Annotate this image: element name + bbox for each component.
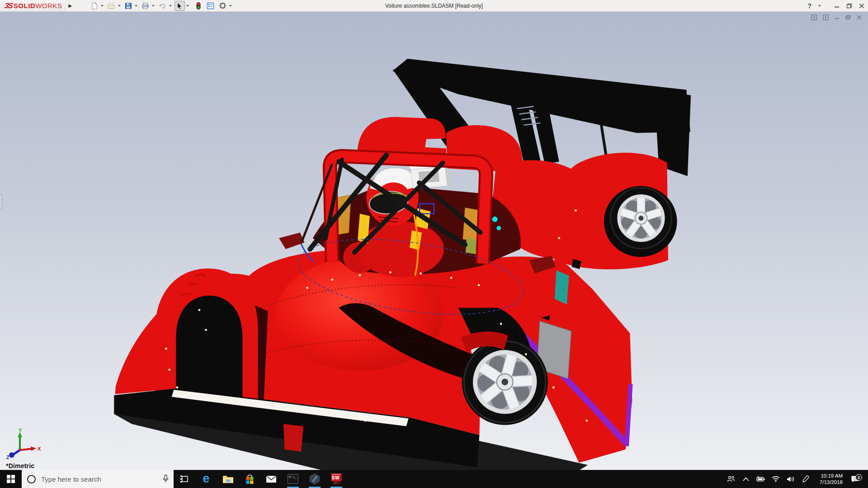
hexagon-app-button[interactable] [304, 470, 326, 488]
properties-list-icon [207, 2, 214, 9]
solidworks-logo-icon: 3S [4, 1, 13, 10]
mail-icon [266, 475, 277, 483]
help-caret[interactable] [818, 5, 821, 7]
window-controls: ? [807, 0, 864, 12]
file-explorer-icon [222, 474, 234, 484]
titlebar: Voiture assomblee.SLDASM [Read-only] 3S … [0, 0, 868, 12]
battery-icon[interactable] [753, 476, 768, 482]
help-button[interactable]: ? [807, 2, 811, 9]
taskbar-clock[interactable]: 10:19 AM 7/13/2018 [813, 473, 844, 485]
select-tool-caret[interactable] [186, 5, 189, 7]
select-tool-button[interactable] [175, 1, 185, 11]
edge-icon: e [203, 473, 209, 485]
solidworks-2017-icon: SW 2017 [331, 474, 342, 485]
task-view-button[interactable] [174, 470, 195, 488]
doc-close-button[interactable] [857, 15, 862, 20]
close-button[interactable] [859, 3, 864, 9]
minimize-button[interactable] [834, 3, 840, 9]
save-button[interactable] [123, 0, 133, 11]
undo-icon [159, 2, 166, 9]
file-explorer-button[interactable] [217, 470, 239, 488]
front-left-fender [155, 268, 258, 408]
windows-logo-icon [7, 475, 15, 483]
speaker-icon[interactable] [783, 476, 798, 483]
brand-works: WORKS [35, 2, 62, 9]
orientation-triad: Y X Z [3, 428, 44, 460]
solidworks-app-button[interactable]: SW 2017 [326, 470, 347, 488]
wifi-icon[interactable] [768, 476, 783, 482]
view-orientation-label: *Dimetric [6, 462, 34, 469]
windows-taskbar: e C:\_ [0, 470, 868, 488]
system-tray: 10:19 AM 7/13/2018 2 [723, 470, 868, 488]
clock-time: 10:19 AM [813, 473, 843, 479]
people-icon[interactable] [723, 475, 738, 483]
doc-minimize-button[interactable] [835, 15, 840, 20]
new-document-button[interactable] [90, 0, 99, 11]
clock-date: 7/13/2018 [813, 479, 843, 485]
gear-icon [219, 2, 226, 9]
graphics-viewport[interactable]: Y X Z *Dimetric [0, 12, 868, 470]
rebuild-button[interactable] [194, 0, 203, 11]
taskbar-apps: e C:\_ [174, 470, 347, 488]
restore-button[interactable] [846, 3, 852, 9]
triad-y-label: Y [19, 428, 22, 433]
open-caret[interactable] [118, 5, 121, 7]
quick-access-toolbar [90, 0, 235, 11]
minimize-icon [834, 3, 840, 9]
store-button[interactable] [239, 470, 260, 488]
driver-torso [358, 221, 444, 277]
brand-solid: SOLID [14, 2, 35, 9]
pen-icon[interactable] [798, 475, 813, 483]
task-view-icon [179, 474, 189, 484]
action-center-button[interactable]: 2 [844, 475, 865, 483]
document-window-controls [811, 14, 862, 20]
triad-z-label: Z [6, 455, 9, 460]
traffic-light-icon [196, 2, 201, 10]
options-list-button[interactable] [205, 0, 216, 11]
search-input[interactable] [41, 475, 162, 483]
undo-button[interactable] [157, 0, 168, 11]
cortana-icon [27, 475, 36, 483]
select-cursor-icon [176, 2, 183, 9]
save-floppy-icon [125, 2, 132, 9]
tray-expand-chevron[interactable] [738, 477, 753, 481]
command-prompt-button[interactable]: C:\_ [282, 470, 304, 488]
rear-wheel [609, 186, 673, 250]
start-button[interactable] [0, 470, 22, 488]
notification-badge: 2 [855, 474, 862, 481]
settings-button[interactable] [217, 0, 228, 11]
race-car-model[interactable] [0, 12, 868, 470]
pane-previous-button[interactable] [811, 14, 817, 20]
new-document-icon [91, 2, 98, 9]
command-prompt-icon: C:\_ [288, 474, 298, 484]
triad-x-label: X [38, 446, 41, 451]
edge-button[interactable]: e [195, 470, 217, 488]
taskbar-search[interactable] [22, 470, 174, 488]
restore-icon [846, 3, 852, 9]
print-caret[interactable] [152, 5, 155, 7]
panel-splitter-handle[interactable] [0, 194, 2, 209]
mail-button[interactable] [260, 470, 282, 488]
hexagon-app-icon [309, 474, 321, 485]
store-icon [245, 474, 255, 484]
solidworks-logo: 3S SOLIDWORKS [0, 0, 66, 11]
print-icon [142, 2, 149, 9]
print-button[interactable] [140, 0, 151, 11]
undo-caret[interactable] [169, 5, 172, 7]
open-folder-icon [108, 2, 115, 9]
pane-next-button[interactable] [823, 14, 829, 20]
doc-restore-button[interactable] [845, 15, 851, 20]
close-icon [859, 3, 864, 9]
settings-caret[interactable] [229, 5, 232, 7]
microphone-icon[interactable] [162, 474, 169, 483]
open-button[interactable] [106, 0, 117, 11]
save-caret[interactable] [135, 5, 137, 7]
left-side-mirror [279, 233, 304, 249]
menu-expand-arrow[interactable]: ▶ [66, 0, 74, 11]
new-document-caret[interactable] [101, 5, 104, 7]
